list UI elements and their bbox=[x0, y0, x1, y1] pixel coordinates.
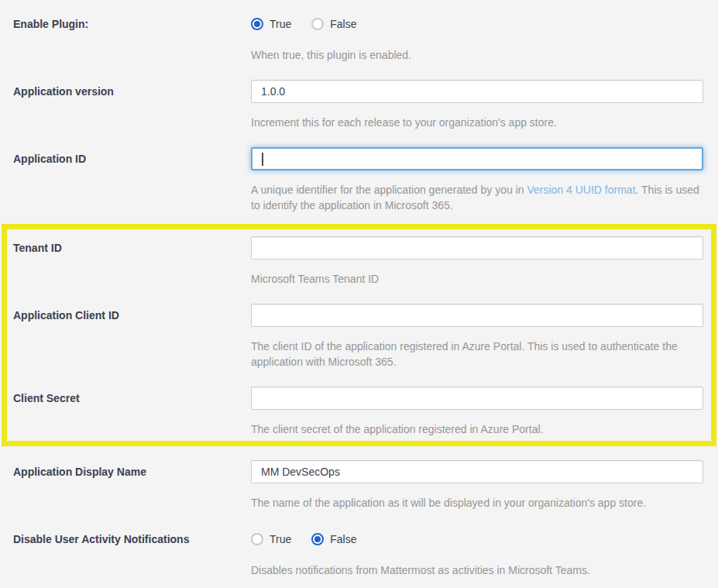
client-secret-label: Client Secret bbox=[7, 387, 251, 437]
form-row-tenant-id: Tenant ID Microsoft Teams Tenant ID bbox=[7, 236, 711, 287]
application-id-control: A unique identifier for the application … bbox=[251, 147, 703, 213]
application-display-name-help: The name of the application as it will b… bbox=[251, 495, 703, 511]
help-text-segment: A unique identifier for the application … bbox=[251, 184, 527, 196]
radio-unselected-icon[interactable] bbox=[311, 18, 324, 30]
enable-plugin-false-option[interactable]: False bbox=[311, 18, 356, 30]
application-version-help: Increment this for each release to your … bbox=[251, 115, 703, 130]
form-row-application-client-id: Application Client ID The client ID of t… bbox=[7, 304, 711, 370]
application-version-input[interactable] bbox=[251, 80, 703, 103]
disable-notifications-radio-group: True False bbox=[251, 528, 703, 551]
form-row-application-id: Application ID A unique identifier for t… bbox=[0, 147, 718, 213]
radio-option-label: False bbox=[330, 533, 356, 545]
disable-notifications-true-option[interactable]: True bbox=[251, 533, 291, 545]
application-client-id-label: Application Client ID bbox=[7, 304, 251, 370]
application-id-label: Application ID bbox=[0, 147, 251, 213]
enable-plugin-label: Enable Plugin: bbox=[0, 12, 251, 63]
form-row-disable-user-activity-notifications: Disable User Activity Notifications True… bbox=[0, 528, 718, 578]
client-secret-help: The client secret of the application reg… bbox=[251, 421, 703, 437]
application-id-help: A unique identifier for the application … bbox=[251, 182, 703, 213]
application-version-label: Application version bbox=[0, 80, 251, 130]
application-display-name-label: Application Display Name bbox=[0, 460, 251, 511]
tenant-id-input[interactable] bbox=[251, 236, 703, 260]
enable-plugin-radio-group: True False bbox=[251, 12, 703, 36]
form-row-application-version: Application version Increment this for e… bbox=[0, 80, 718, 130]
client-secret-input[interactable] bbox=[251, 387, 703, 410]
plugin-settings-form: Enable Plugin: True False When true, thi… bbox=[0, 12, 718, 578]
application-version-control: Increment this for each release to your … bbox=[251, 80, 703, 130]
application-client-id-input[interactable] bbox=[251, 304, 703, 327]
enable-plugin-help: When true, this plugin is enabled. bbox=[251, 47, 703, 63]
form-row-client-secret: Client Secret The client secret of the a… bbox=[7, 387, 711, 437]
radio-option-label: True bbox=[270, 533, 291, 545]
application-display-name-input[interactable] bbox=[251, 460, 703, 483]
tenant-id-label: Tenant ID bbox=[7, 236, 251, 287]
form-row-application-display-name: Application Display Name The name of the… bbox=[0, 460, 718, 511]
disable-user-activity-notifications-label: Disable User Activity Notifications bbox=[0, 528, 251, 578]
form-row-enable-plugin: Enable Plugin: True False When true, thi… bbox=[0, 12, 718, 63]
tenant-id-help: Microsoft Teams Tenant ID bbox=[251, 271, 703, 287]
application-client-id-control: The client ID of the application registe… bbox=[251, 304, 703, 370]
application-id-input-wrap bbox=[251, 147, 703, 170]
radio-unselected-icon[interactable] bbox=[251, 533, 263, 545]
tenant-id-control: Microsoft Teams Tenant ID bbox=[251, 236, 703, 287]
radio-selected-icon[interactable] bbox=[251, 18, 263, 30]
radio-option-label: True bbox=[270, 18, 291, 30]
radio-option-label: False bbox=[330, 18, 356, 30]
radio-selected-icon[interactable] bbox=[311, 533, 324, 545]
application-client-id-help: The client ID of the application registe… bbox=[251, 339, 703, 370]
disable-notifications-help: Disables notifications from Mattermost a… bbox=[251, 562, 703, 578]
application-id-input[interactable] bbox=[251, 147, 703, 170]
highlight-box: Tenant ID Microsoft Teams Tenant ID Appl… bbox=[2, 224, 716, 446]
uuid-format-link[interactable]: Version 4 UUID format bbox=[527, 184, 635, 196]
application-display-name-control: The name of the application as it will b… bbox=[251, 460, 703, 511]
disable-user-activity-notifications-control: True False Disables notifications from M… bbox=[251, 528, 703, 578]
enable-plugin-control: True False When true, this plugin is ena… bbox=[251, 12, 703, 63]
enable-plugin-true-option[interactable]: True bbox=[251, 18, 291, 30]
text-cursor bbox=[262, 153, 263, 166]
disable-notifications-false-option[interactable]: False bbox=[311, 533, 356, 545]
client-secret-control: The client secret of the application reg… bbox=[251, 387, 703, 437]
